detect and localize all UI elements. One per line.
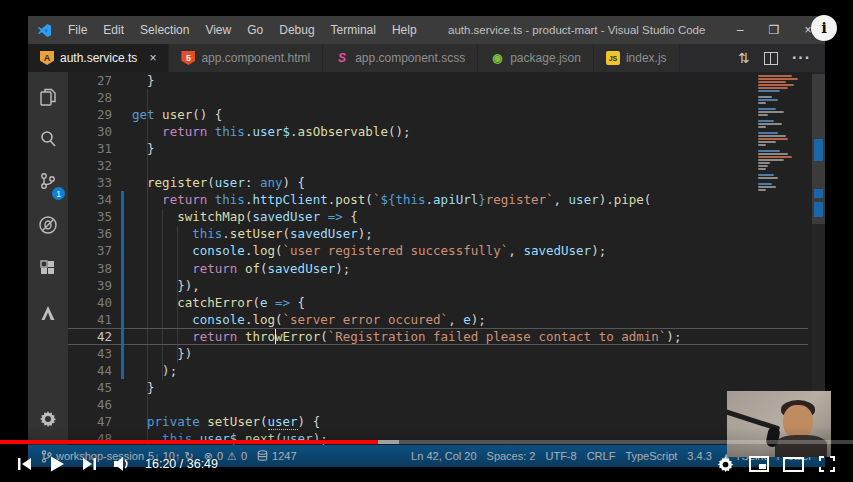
- more-actions-icon[interactable]: ···: [792, 49, 811, 67]
- video-player: FileEditSelectionViewGoDebugTerminalHelp…: [0, 0, 853, 482]
- tab-app.component.html[interactable]: 5app.component.html: [169, 44, 323, 72]
- line-number: 46: [68, 396, 112, 413]
- line-number: 45: [68, 379, 112, 396]
- volume-icon[interactable]: [105, 446, 139, 482]
- code-line-29[interactable]: 29get user() {: [68, 106, 825, 123]
- line-number: 36: [68, 225, 112, 242]
- split-editor-icon[interactable]: [764, 52, 778, 65]
- line-number: 40: [68, 294, 112, 311]
- code-line-36[interactable]: 36 this.setUser(savedUser);: [68, 225, 825, 242]
- source-control-icon[interactable]: 1: [28, 164, 68, 198]
- vscode-window: FileEditSelectionViewGoDebugTerminalHelp…: [28, 16, 825, 467]
- html-icon: 5: [181, 51, 195, 65]
- minimap[interactable]: [758, 75, 812, 192]
- fullscreen-icon[interactable]: [811, 446, 843, 482]
- video-progress-bar[interactable]: [0, 440, 853, 444]
- modified-line-marker: [121, 362, 124, 379]
- line-number: 44: [68, 362, 112, 379]
- line-number: 42: [68, 328, 112, 345]
- line-number: 43: [68, 345, 112, 362]
- angular-icon: A: [40, 51, 54, 65]
- code-line-41[interactable]: 41 console.log(`server error occured`, e…: [68, 311, 825, 328]
- extensions-icon[interactable]: [28, 252, 68, 286]
- line-number: 29: [68, 106, 112, 123]
- code-line-27[interactable]: 27 }: [68, 72, 825, 89]
- tab-label: app.component.scss: [355, 51, 465, 65]
- menu-selection[interactable]: Selection: [132, 16, 197, 44]
- code-line-30[interactable]: 30 return this.user$.asObservable();: [68, 123, 825, 140]
- modified-line-marker: [121, 345, 124, 362]
- node-icon: ◉: [490, 51, 504, 65]
- sass-icon: S: [335, 51, 349, 65]
- code-line-40[interactable]: 40 catchError(e => {: [68, 294, 825, 311]
- tab-app.component.scss[interactable]: Sapp.component.scss: [323, 44, 478, 72]
- line-number: 30: [68, 123, 112, 140]
- open-changes-icon[interactable]: ⇅: [738, 50, 750, 66]
- code-line-42[interactable]: 42 return throwError(`Registration faile…: [68, 328, 825, 345]
- overview-ruler[interactable]: [812, 72, 825, 445]
- modified-line-marker: [121, 328, 124, 345]
- code-line-31[interactable]: 31 }: [68, 140, 825, 157]
- previous-button[interactable]: [0, 446, 41, 482]
- code-line-37[interactable]: 37 console.log(`user registered successf…: [68, 242, 825, 259]
- modified-line-marker: [121, 311, 124, 328]
- player-controls: 16:20 / 36:49: [0, 446, 853, 482]
- code-line-33[interactable]: 33 register(user: any) {: [68, 174, 825, 191]
- modified-line-marker: [121, 191, 124, 208]
- code-line-28[interactable]: 28: [68, 89, 825, 106]
- video-info-button[interactable]: i: [811, 15, 837, 41]
- menu-bar: FileEditSelectionViewGoDebugTerminalHelp: [60, 16, 425, 44]
- code-line-46[interactable]: 46: [68, 396, 825, 413]
- modified-line-marker: [121, 277, 124, 294]
- menu-debug[interactable]: Debug: [271, 16, 322, 44]
- code-editor[interactable]: 27 }2829get user() {30 return this.user$…: [68, 72, 825, 445]
- code-line-43[interactable]: 43 }): [68, 345, 825, 362]
- debug-icon[interactable]: [28, 208, 68, 242]
- line-number: 34: [68, 191, 112, 208]
- code-line-44[interactable]: 44 );: [68, 362, 825, 379]
- menu-help[interactable]: Help: [384, 16, 425, 44]
- player-settings-icon[interactable]: [709, 446, 742, 482]
- tab-label: package.json: [510, 51, 581, 65]
- menu-terminal[interactable]: Terminal: [323, 16, 384, 44]
- tab-index.js[interactable]: JSindex.js: [594, 44, 680, 72]
- tab-label: auth.service.ts: [60, 51, 137, 65]
- tab-label: app.component.html: [201, 51, 310, 65]
- menu-edit[interactable]: Edit: [95, 16, 132, 44]
- modified-line-marker: [121, 294, 124, 311]
- code-line-35[interactable]: 35 switchMap(savedUser => {: [68, 208, 825, 225]
- line-number: 35: [68, 208, 112, 225]
- text-cursor: [275, 329, 277, 344]
- vscode-logo-icon: [37, 23, 52, 38]
- code-line-39[interactable]: 39 }),: [68, 277, 825, 294]
- line-number: 33: [68, 174, 112, 191]
- line-number: 27: [68, 72, 112, 89]
- tab-bar: Aauth.service.ts×5app.component.htmlSapp…: [28, 44, 825, 72]
- line-number: 37: [68, 242, 112, 259]
- next-button[interactable]: [73, 446, 105, 482]
- window-title: auth.service.ts - product-mart - Visual …: [448, 16, 705, 44]
- play-button[interactable]: [41, 446, 73, 482]
- modified-line-marker: [121, 208, 124, 225]
- menu-view[interactable]: View: [197, 16, 239, 44]
- tab-auth.service.ts[interactable]: Aauth.service.ts×: [28, 44, 169, 72]
- line-number: 38: [68, 260, 112, 277]
- activity-bar: 1: [28, 72, 68, 445]
- azure-icon[interactable]: [28, 296, 68, 330]
- explorer-icon[interactable]: [28, 80, 68, 114]
- code-line-32[interactable]: 32: [68, 157, 825, 174]
- theater-mode-icon[interactable]: [776, 446, 811, 482]
- menu-file[interactable]: File: [60, 16, 95, 44]
- code-line-45[interactable]: 45 }: [68, 379, 825, 396]
- tab-package.json[interactable]: ◉package.json: [478, 44, 594, 72]
- search-icon[interactable]: [28, 122, 68, 156]
- miniplayer-icon[interactable]: [742, 446, 776, 482]
- tab-close-icon[interactable]: ×: [149, 51, 156, 65]
- modified-line-marker: [121, 242, 124, 259]
- minimize-button[interactable]: –: [723, 16, 757, 44]
- restore-button[interactable]: ❐: [757, 16, 791, 44]
- tab-label: index.js: [626, 51, 667, 65]
- code-line-38[interactable]: 38 return of(savedUser);: [68, 260, 825, 277]
- menu-go[interactable]: Go: [239, 16, 271, 44]
- code-line-34[interactable]: 34 return this.httpClient.post(`${this.a…: [68, 191, 825, 208]
